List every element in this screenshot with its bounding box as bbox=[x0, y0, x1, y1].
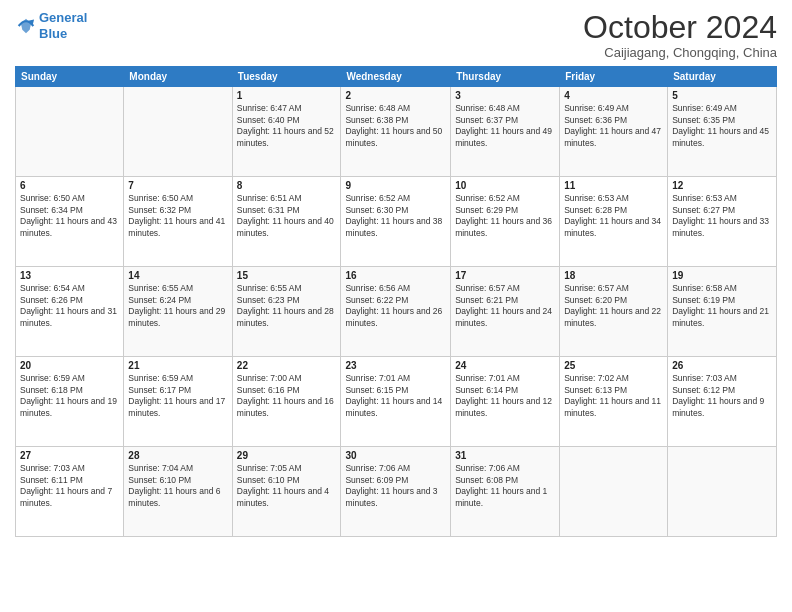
day-number: 2 bbox=[345, 90, 446, 101]
calendar-cell: 21Sunrise: 6:59 AMSunset: 6:17 PMDayligh… bbox=[124, 357, 232, 447]
day-number: 3 bbox=[455, 90, 555, 101]
calendar-cell: 19Sunrise: 6:58 AMSunset: 6:19 PMDayligh… bbox=[668, 267, 777, 357]
day-number: 6 bbox=[20, 180, 119, 191]
day-info: Sunrise: 7:06 AMSunset: 6:08 PMDaylight:… bbox=[455, 463, 555, 509]
header: General Blue October 2024 Caijiagang, Ch… bbox=[15, 10, 777, 60]
calendar-cell: 8Sunrise: 6:51 AMSunset: 6:31 PMDaylight… bbox=[232, 177, 341, 267]
day-info: Sunrise: 6:49 AMSunset: 6:36 PMDaylight:… bbox=[564, 103, 663, 149]
day-number: 1 bbox=[237, 90, 337, 101]
calendar-cell: 1Sunrise: 6:47 AMSunset: 6:40 PMDaylight… bbox=[232, 87, 341, 177]
day-number: 23 bbox=[345, 360, 446, 371]
calendar-cell: 23Sunrise: 7:01 AMSunset: 6:15 PMDayligh… bbox=[341, 357, 451, 447]
week-row-5: 27Sunrise: 7:03 AMSunset: 6:11 PMDayligh… bbox=[16, 447, 777, 537]
day-info: Sunrise: 7:01 AMSunset: 6:14 PMDaylight:… bbox=[455, 373, 555, 419]
calendar-cell bbox=[124, 87, 232, 177]
day-info: Sunrise: 6:51 AMSunset: 6:31 PMDaylight:… bbox=[237, 193, 337, 239]
calendar-cell: 20Sunrise: 6:59 AMSunset: 6:18 PMDayligh… bbox=[16, 357, 124, 447]
day-number: 4 bbox=[564, 90, 663, 101]
day-number: 24 bbox=[455, 360, 555, 371]
day-number: 15 bbox=[237, 270, 337, 281]
day-info: Sunrise: 6:54 AMSunset: 6:26 PMDaylight:… bbox=[20, 283, 119, 329]
day-info: Sunrise: 6:55 AMSunset: 6:24 PMDaylight:… bbox=[128, 283, 227, 329]
day-info: Sunrise: 6:48 AMSunset: 6:38 PMDaylight:… bbox=[345, 103, 446, 149]
calendar-cell: 2Sunrise: 6:48 AMSunset: 6:38 PMDaylight… bbox=[341, 87, 451, 177]
day-info: Sunrise: 7:03 AMSunset: 6:12 PMDaylight:… bbox=[672, 373, 772, 419]
calendar-cell: 3Sunrise: 6:48 AMSunset: 6:37 PMDaylight… bbox=[451, 87, 560, 177]
day-number: 12 bbox=[672, 180, 772, 191]
day-header-sunday: Sunday bbox=[16, 67, 124, 87]
day-info: Sunrise: 6:50 AMSunset: 6:34 PMDaylight:… bbox=[20, 193, 119, 239]
day-info: Sunrise: 6:59 AMSunset: 6:17 PMDaylight:… bbox=[128, 373, 227, 419]
day-info: Sunrise: 6:58 AMSunset: 6:19 PMDaylight:… bbox=[672, 283, 772, 329]
calendar-cell: 13Sunrise: 6:54 AMSunset: 6:26 PMDayligh… bbox=[16, 267, 124, 357]
calendar-cell: 9Sunrise: 6:52 AMSunset: 6:30 PMDaylight… bbox=[341, 177, 451, 267]
calendar-cell: 12Sunrise: 6:53 AMSunset: 6:27 PMDayligh… bbox=[668, 177, 777, 267]
day-info: Sunrise: 6:52 AMSunset: 6:29 PMDaylight:… bbox=[455, 193, 555, 239]
day-info: Sunrise: 6:52 AMSunset: 6:30 PMDaylight:… bbox=[345, 193, 446, 239]
calendar-cell: 22Sunrise: 7:00 AMSunset: 6:16 PMDayligh… bbox=[232, 357, 341, 447]
day-number: 7 bbox=[128, 180, 227, 191]
logo-text: General Blue bbox=[39, 10, 87, 41]
day-info: Sunrise: 6:56 AMSunset: 6:22 PMDaylight:… bbox=[345, 283, 446, 329]
day-number: 13 bbox=[20, 270, 119, 281]
day-info: Sunrise: 6:59 AMSunset: 6:18 PMDaylight:… bbox=[20, 373, 119, 419]
day-number: 8 bbox=[237, 180, 337, 191]
calendar-cell: 7Sunrise: 6:50 AMSunset: 6:32 PMDaylight… bbox=[124, 177, 232, 267]
day-header-tuesday: Tuesday bbox=[232, 67, 341, 87]
week-row-4: 20Sunrise: 6:59 AMSunset: 6:18 PMDayligh… bbox=[16, 357, 777, 447]
calendar-cell: 17Sunrise: 6:57 AMSunset: 6:21 PMDayligh… bbox=[451, 267, 560, 357]
day-info: Sunrise: 7:04 AMSunset: 6:10 PMDaylight:… bbox=[128, 463, 227, 509]
week-row-3: 13Sunrise: 6:54 AMSunset: 6:26 PMDayligh… bbox=[16, 267, 777, 357]
day-number: 25 bbox=[564, 360, 663, 371]
calendar-cell: 26Sunrise: 7:03 AMSunset: 6:12 PMDayligh… bbox=[668, 357, 777, 447]
day-header-friday: Friday bbox=[560, 67, 668, 87]
page: General Blue October 2024 Caijiagang, Ch… bbox=[0, 0, 792, 612]
day-info: Sunrise: 7:05 AMSunset: 6:10 PMDaylight:… bbox=[237, 463, 337, 509]
calendar-cell: 18Sunrise: 6:57 AMSunset: 6:20 PMDayligh… bbox=[560, 267, 668, 357]
day-info: Sunrise: 7:00 AMSunset: 6:16 PMDaylight:… bbox=[237, 373, 337, 419]
calendar-cell: 28Sunrise: 7:04 AMSunset: 6:10 PMDayligh… bbox=[124, 447, 232, 537]
calendar-cell: 30Sunrise: 7:06 AMSunset: 6:09 PMDayligh… bbox=[341, 447, 451, 537]
month-title: October 2024 bbox=[583, 10, 777, 45]
calendar-cell: 24Sunrise: 7:01 AMSunset: 6:14 PMDayligh… bbox=[451, 357, 560, 447]
day-header-saturday: Saturday bbox=[668, 67, 777, 87]
day-number: 29 bbox=[237, 450, 337, 461]
day-info: Sunrise: 6:50 AMSunset: 6:32 PMDaylight:… bbox=[128, 193, 227, 239]
day-number: 5 bbox=[672, 90, 772, 101]
day-number: 30 bbox=[345, 450, 446, 461]
day-number: 10 bbox=[455, 180, 555, 191]
day-info: Sunrise: 6:57 AMSunset: 6:20 PMDaylight:… bbox=[564, 283, 663, 329]
day-number: 31 bbox=[455, 450, 555, 461]
logo-blue: Blue bbox=[39, 26, 67, 41]
day-number: 21 bbox=[128, 360, 227, 371]
day-info: Sunrise: 7:03 AMSunset: 6:11 PMDaylight:… bbox=[20, 463, 119, 509]
day-number: 28 bbox=[128, 450, 227, 461]
day-info: Sunrise: 6:57 AMSunset: 6:21 PMDaylight:… bbox=[455, 283, 555, 329]
day-number: 22 bbox=[237, 360, 337, 371]
day-number: 19 bbox=[672, 270, 772, 281]
calendar-cell bbox=[668, 447, 777, 537]
day-number: 16 bbox=[345, 270, 446, 281]
calendar-cell: 6Sunrise: 6:50 AMSunset: 6:34 PMDaylight… bbox=[16, 177, 124, 267]
calendar-cell bbox=[16, 87, 124, 177]
day-info: Sunrise: 6:48 AMSunset: 6:37 PMDaylight:… bbox=[455, 103, 555, 149]
day-info: Sunrise: 6:53 AMSunset: 6:27 PMDaylight:… bbox=[672, 193, 772, 239]
logo-general: General bbox=[39, 10, 87, 25]
day-number: 26 bbox=[672, 360, 772, 371]
day-number: 18 bbox=[564, 270, 663, 281]
calendar-cell: 10Sunrise: 6:52 AMSunset: 6:29 PMDayligh… bbox=[451, 177, 560, 267]
location: Caijiagang, Chongqing, China bbox=[583, 45, 777, 60]
calendar-cell: 29Sunrise: 7:05 AMSunset: 6:10 PMDayligh… bbox=[232, 447, 341, 537]
calendar-cell: 27Sunrise: 7:03 AMSunset: 6:11 PMDayligh… bbox=[16, 447, 124, 537]
day-header-monday: Monday bbox=[124, 67, 232, 87]
day-number: 9 bbox=[345, 180, 446, 191]
calendar-cell: 11Sunrise: 6:53 AMSunset: 6:28 PMDayligh… bbox=[560, 177, 668, 267]
week-row-2: 6Sunrise: 6:50 AMSunset: 6:34 PMDaylight… bbox=[16, 177, 777, 267]
day-info: Sunrise: 6:55 AMSunset: 6:23 PMDaylight:… bbox=[237, 283, 337, 329]
calendar-cell: 16Sunrise: 6:56 AMSunset: 6:22 PMDayligh… bbox=[341, 267, 451, 357]
day-header-thursday: Thursday bbox=[451, 67, 560, 87]
calendar-header-row: SundayMondayTuesdayWednesdayThursdayFrid… bbox=[16, 67, 777, 87]
logo-icon bbox=[15, 15, 37, 37]
day-info: Sunrise: 7:01 AMSunset: 6:15 PMDaylight:… bbox=[345, 373, 446, 419]
calendar-cell: 4Sunrise: 6:49 AMSunset: 6:36 PMDaylight… bbox=[560, 87, 668, 177]
